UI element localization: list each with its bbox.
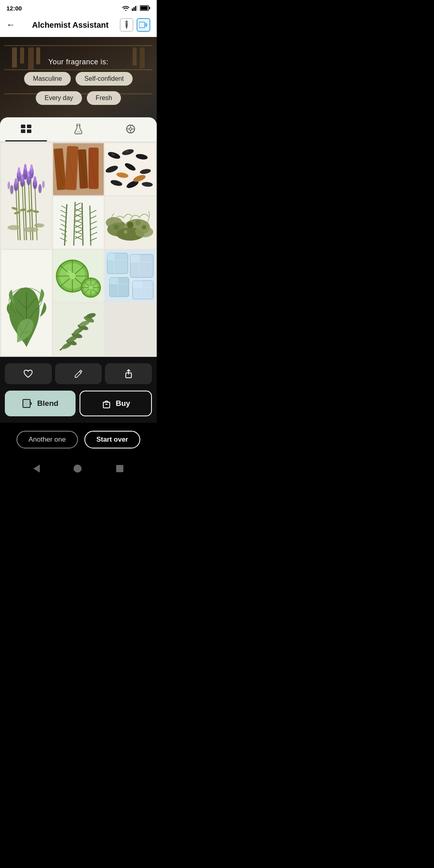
- action-buttons-row: [0, 357, 157, 387]
- svg-point-79: [139, 168, 151, 175]
- hero-content: Your fragrance is: Masculine Self-confid…: [0, 37, 157, 125]
- heart-icon: [23, 369, 33, 378]
- svg-point-9: [126, 22, 127, 23]
- svg-line-88: [74, 202, 75, 246]
- ingredient-sandalwood: [53, 143, 104, 195]
- recents-nav-button[interactable]: [115, 464, 124, 475]
- svg-point-57: [30, 164, 33, 170]
- svg-point-48: [34, 176, 36, 182]
- svg-rect-1: [133, 7, 135, 11]
- svg-point-129: [131, 231, 135, 235]
- ingredient-rosemary: [53, 197, 104, 249]
- buy-button[interactable]: Buy: [80, 391, 152, 416]
- svg-line-115: [90, 221, 97, 225]
- ingredient-lime: [53, 250, 104, 302]
- back-nav-button[interactable]: [33, 464, 40, 475]
- bottom-nav-buttons: Another one Start over: [0, 423, 157, 460]
- favorite-button[interactable]: [5, 363, 52, 384]
- ingredient-geranium: [1, 250, 52, 356]
- svg-rect-191: [105, 404, 108, 405]
- svg-line-31: [18, 179, 20, 240]
- header-title: Alchemist Assistant: [23, 20, 118, 30]
- svg-rect-164: [130, 254, 139, 262]
- svg-rect-13: [21, 125, 25, 128]
- svg-line-98: [61, 206, 67, 209]
- start-over-button[interactable]: Start over: [84, 431, 140, 448]
- another-one-button[interactable]: Another one: [16, 431, 78, 448]
- tag-fresh[interactable]: Fresh: [87, 91, 121, 105]
- svg-line-90: [90, 206, 91, 246]
- share-button[interactable]: [105, 363, 152, 384]
- svg-point-62: [8, 225, 20, 230]
- svg-point-127: [142, 225, 146, 229]
- svg-point-154: [89, 286, 92, 289]
- svg-marker-8: [125, 26, 127, 29]
- ingredient-moss: [105, 197, 156, 249]
- svg-line-87: [65, 204, 67, 246]
- tag-selfconfident[interactable]: Self-confident: [76, 72, 133, 86]
- system-nav-bar: [0, 460, 157, 482]
- svg-rect-12: [140, 23, 144, 27]
- svg-line-105: [75, 203, 81, 206]
- ingredient-lavender: [1, 143, 52, 249]
- flask-icon: [74, 124, 83, 137]
- svg-line-89: [82, 203, 83, 246]
- ingredient-ice: [105, 250, 156, 302]
- blend-icon: [22, 398, 33, 409]
- svg-point-60: [8, 182, 10, 189]
- svg-rect-5: [141, 6, 148, 10]
- svg-line-25: [16, 190, 18, 240]
- pencil-icon: [74, 369, 83, 378]
- svg-line-91: [60, 238, 67, 241]
- svg-point-59: [38, 184, 41, 193]
- pen-device-button[interactable]: [120, 18, 133, 32]
- tablet-sound-button[interactable]: [137, 18, 150, 32]
- pen-icon: [123, 20, 130, 29]
- status-time: 12:00: [6, 5, 22, 12]
- svg-point-128: [124, 230, 127, 233]
- tags-row-1: Masculine Self-confident: [24, 72, 133, 86]
- svg-point-146: [67, 270, 71, 275]
- svg-rect-190: [23, 400, 30, 407]
- blend-label: Blend: [37, 399, 59, 408]
- battery-icon: [140, 5, 150, 11]
- svg-point-39: [15, 178, 17, 184]
- svg-rect-15: [21, 129, 25, 133]
- svg-point-124: [120, 222, 125, 226]
- svg-rect-73: [53, 144, 104, 194]
- tablet-speaker-icon: [139, 21, 148, 29]
- svg-point-76: [135, 153, 148, 160]
- svg-point-58: [10, 185, 13, 194]
- svg-point-64: [34, 223, 44, 228]
- tag-masculine[interactable]: Masculine: [24, 72, 71, 86]
- svg-point-123: [114, 225, 119, 230]
- svg-rect-3: [137, 5, 137, 11]
- svg-point-18: [77, 131, 80, 133]
- blend-button[interactable]: Blend: [5, 391, 76, 416]
- edit-button[interactable]: [55, 363, 102, 384]
- ingredient-olive: [53, 303, 104, 356]
- ingredient-card: [0, 117, 157, 357]
- svg-point-84: [116, 172, 129, 179]
- svg-rect-169: [109, 277, 118, 284]
- svg-point-51: [18, 167, 20, 173]
- tab-flask[interactable]: [52, 117, 104, 141]
- svg-rect-2: [135, 6, 136, 11]
- svg-point-193: [74, 465, 82, 473]
- svg-rect-194: [116, 465, 123, 472]
- svg-point-20: [129, 128, 132, 130]
- app-header: ← Alchemist Assistant: [0, 14, 157, 37]
- tab-circle[interactable]: [104, 117, 157, 141]
- buy-label: Buy: [116, 399, 130, 408]
- svg-marker-192: [33, 465, 40, 473]
- svg-point-63: [23, 227, 39, 232]
- svg-point-125: [127, 222, 133, 228]
- tab-grid[interactable]: [0, 117, 52, 141]
- tab-bar: [0, 117, 157, 142]
- status-bar: 12:00: [0, 0, 157, 14]
- lavender-svg: [1, 143, 52, 249]
- home-nav-button[interactable]: [73, 464, 82, 475]
- status-icons: [122, 5, 150, 11]
- back-button[interactable]: ←: [6, 20, 23, 30]
- tag-everyday[interactable]: Every day: [36, 91, 82, 105]
